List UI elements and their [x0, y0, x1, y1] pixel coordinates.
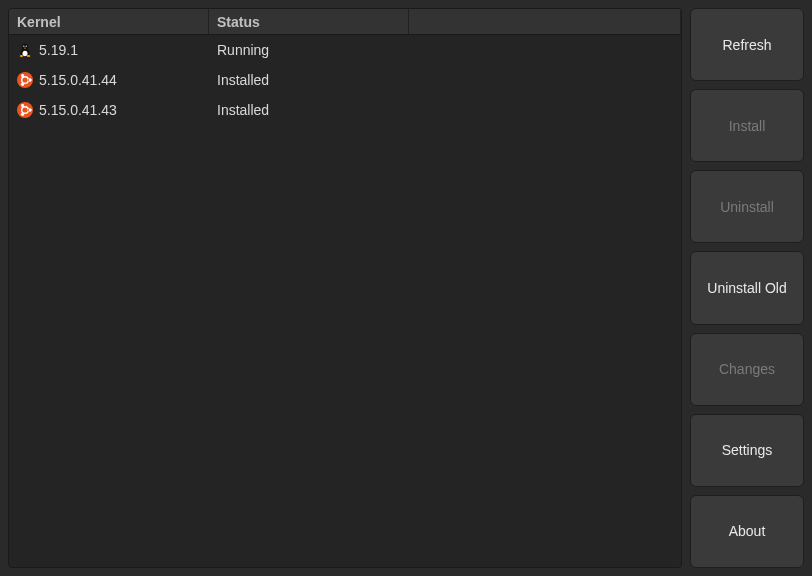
column-header-extra[interactable] — [409, 9, 681, 34]
kernel-version: 5.15.0.41.43 — [39, 102, 117, 118]
column-header-status[interactable]: Status — [209, 9, 409, 34]
svg-point-8 — [27, 55, 31, 57]
ubuntu-icon — [17, 102, 33, 118]
about-button[interactable]: About — [690, 495, 804, 568]
svg-point-18 — [21, 74, 24, 77]
install-button[interactable]: Install — [690, 89, 804, 162]
changes-button[interactable]: Changes — [690, 333, 804, 406]
ubuntu-icon — [17, 72, 33, 88]
svg-point-6 — [26, 46, 27, 47]
tux-icon — [17, 42, 33, 58]
svg-point-28 — [29, 109, 32, 112]
svg-point-30 — [21, 113, 24, 116]
svg-point-19 — [21, 83, 24, 86]
sidebar-actions: Refresh Install Uninstall Uninstall Old … — [690, 8, 804, 568]
svg-point-29 — [21, 104, 24, 107]
table-row[interactable]: 5.15.0.41.44 Installed — [9, 65, 681, 95]
kernel-status: Running — [209, 38, 409, 62]
svg-point-7 — [20, 55, 24, 57]
svg-point-2 — [23, 51, 28, 57]
uninstall-button[interactable]: Uninstall — [690, 170, 804, 243]
column-header-kernel[interactable]: Kernel — [9, 9, 209, 34]
settings-button[interactable]: Settings — [690, 414, 804, 487]
kernel-version: 5.19.1 — [39, 42, 78, 58]
refresh-button[interactable]: Refresh — [690, 8, 804, 81]
table-row[interactable]: 5.19.1 Running — [9, 35, 681, 65]
svg-point-17 — [29, 79, 32, 82]
kernel-version: 5.15.0.41.44 — [39, 72, 117, 88]
table-body[interactable]: 5.19.1 Running — [9, 35, 681, 567]
kernel-status: Installed — [209, 98, 409, 122]
kernel-table-panel: Kernel Status — [8, 8, 682, 568]
table-header: Kernel Status — [9, 9, 681, 35]
svg-point-5 — [24, 46, 25, 47]
table-row[interactable]: 5.15.0.41.43 Installed — [9, 95, 681, 125]
uninstall-old-button[interactable]: Uninstall Old — [690, 251, 804, 324]
kernel-status: Installed — [209, 68, 409, 92]
